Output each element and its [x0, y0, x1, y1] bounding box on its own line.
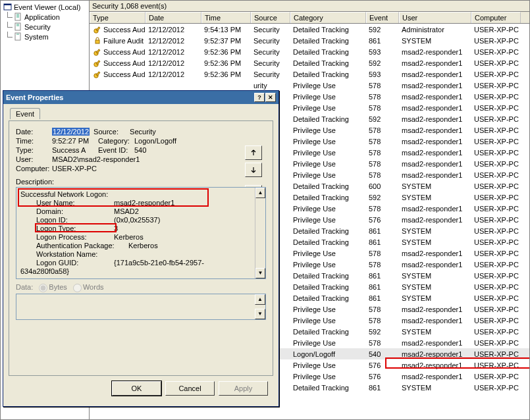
date-label: Date:: [16, 128, 52, 136]
svg-rect-13: [95, 40, 99, 43]
type-value: Success A: [52, 146, 94, 154]
next-event-button[interactable]: [245, 163, 262, 177]
tab-panel: Date:12/12/2012Source:Security Time:9:52…: [9, 120, 273, 376]
desc-scrollbar[interactable]: ▲▼: [255, 188, 265, 278]
desc-logonprocess-value: Kerberos: [114, 233, 144, 241]
prev-event-button[interactable]: [245, 145, 262, 160]
desc-logonid-value: (0x0,0x25537): [114, 216, 160, 224]
tree-root[interactable]: Event Viewer (Local): [2, 2, 89, 12]
time-label: Time:: [16, 137, 52, 145]
tree-child-label: Application: [24, 13, 60, 21]
tree-child-label: Security: [24, 23, 51, 31]
desc-logontype-value: 3: [114, 224, 118, 232]
tree-child-application[interactable]: Application: [2, 12, 89, 22]
user-value: MSAD2\msad2-responder1: [52, 155, 140, 163]
log-icon: [14, 22, 22, 31]
desc-username-value: msad2-responder1: [114, 199, 174, 207]
tree-child-system[interactable]: System: [2, 32, 89, 41]
svg-rect-17: [96, 61, 99, 65]
tree-root-label: Event Viewer (Local): [14, 3, 80, 11]
category-label: Category:: [98, 137, 134, 145]
scroll-up-icon[interactable]: ▲: [255, 188, 265, 198]
table-row[interactable]: Failure Audit12/12/20129:52:37 PMSecurit…: [90, 35, 529, 46]
description-label: Description:: [16, 178, 266, 186]
eventid-value: 540: [134, 146, 146, 154]
col-source[interactable]: Source: [251, 12, 290, 23]
key-icon: [93, 47, 102, 57]
data-label: Data:: [16, 283, 33, 291]
tree-child-security[interactable]: Security: [2, 22, 89, 32]
data-format-row: Data: Bytes Words: [16, 283, 266, 292]
col-user[interactable]: User: [399, 12, 471, 23]
radio-words: [73, 284, 82, 292]
svg-rect-15: [96, 49, 99, 53]
log-icon: [14, 13, 22, 21]
data-scrollbar[interactable]: ▲▼: [255, 294, 265, 319]
scroll-down-icon[interactable]: ▼: [255, 309, 265, 319]
description-box[interactable]: Successful Network Logon: User Name:msad…: [16, 187, 266, 279]
desc-workstation-label: Workstation Name:: [36, 250, 97, 258]
col-time[interactable]: Time: [201, 12, 251, 23]
ok-button[interactable]: OK: [112, 381, 161, 396]
desc-logonguid-value: {171a9c5b-21e0-fb54-2957-: [114, 259, 204, 267]
svg-rect-12: [96, 27, 99, 31]
table-row[interactable]: urityPrivilege Use578msad2-responder1USE…: [90, 80, 529, 91]
key-icon: [93, 59, 102, 68]
bytes-label: Bytes: [49, 283, 67, 291]
tab-event[interactable]: Event: [10, 108, 40, 119]
desc-logonguid-value2: 634a280f0a58}: [20, 267, 69, 275]
computer-label: Computer:: [16, 165, 52, 172]
radio-bytes: [39, 284, 47, 292]
col-event[interactable]: Event: [366, 12, 399, 23]
cancel-button[interactable]: Cancel: [165, 381, 215, 396]
desc-logonprocess-label: Logon Process:: [36, 233, 114, 242]
desc-domain-value: MSAD2: [114, 207, 139, 215]
words-label: Words: [83, 283, 104, 291]
tree-child-label: System: [24, 33, 49, 41]
time-value: 9:52:27 PM: [52, 137, 94, 145]
dialog-titlebar[interactable]: Event Properties ? ✕: [3, 91, 278, 104]
desc-line0: Successful Network Logon:: [20, 190, 108, 198]
source-label: Source:: [93, 128, 130, 136]
column-headers: Type Date Time Source Category Event Use…: [90, 12, 529, 24]
col-date[interactable]: Date: [146, 12, 201, 23]
key-icon: [93, 25, 102, 34]
col-computer[interactable]: Computer: [471, 12, 521, 23]
dialog-title-text: Event Properties: [6, 93, 63, 101]
computer-value: USER-XP-PC: [52, 165, 97, 172]
table-row[interactable]: Success Audit12/12/20129:52:36 PMSecurit…: [90, 46, 529, 57]
table-row[interactable]: Success Audit12/12/20129:52:36 PMSecurit…: [90, 68, 529, 80]
desc-logontype-label: Logon Type:: [36, 224, 114, 233]
source-value: Security: [130, 128, 156, 136]
desc-domain-label: Domain:: [36, 207, 114, 216]
key-icon: [93, 70, 102, 79]
svg-rect-19: [96, 72, 99, 76]
scroll-up-icon[interactable]: ▲: [255, 294, 265, 305]
desc-authpkg-label: Authentication Package:: [36, 242, 128, 250]
scroll-down-icon[interactable]: ▼: [255, 268, 265, 278]
apply-button[interactable]: Apply: [219, 381, 268, 396]
category-value: Logon/Logoff: [134, 137, 176, 145]
event-properties-dialog: Event Properties ? ✕ Event Date:12/12/20…: [3, 90, 279, 407]
help-button[interactable]: ?: [254, 93, 265, 102]
table-row[interactable]: Success Audit12/12/20129:54:13 PMSecurit…: [90, 24, 529, 35]
type-label: Type:: [16, 146, 52, 154]
date-value: 12/12/2012: [52, 128, 90, 136]
col-category[interactable]: Category: [290, 12, 366, 23]
user-label: User:: [16, 155, 52, 163]
table-row[interactable]: Success Audit12/12/20129:52:36 PMSecurit…: [90, 57, 529, 68]
desc-logonguid-label: Logon GUID:: [36, 259, 114, 267]
desc-logonid-label: Logon ID:: [36, 216, 114, 224]
col-type[interactable]: Type: [90, 12, 146, 23]
desc-username-label: User Name:: [36, 199, 114, 207]
desc-authpkg-value: Kerberos: [128, 242, 158, 249]
log-icon: [14, 32, 22, 41]
data-box: ▲▼: [16, 294, 266, 320]
close-button[interactable]: ✕: [265, 93, 276, 102]
eventviewer-icon: [3, 3, 12, 11]
eventid-label: Event ID:: [98, 146, 134, 154]
lock-icon: [93, 36, 102, 45]
svg-rect-1: [4, 4, 11, 5]
list-header: Security 1,068 event(s): [90, 1, 529, 12]
